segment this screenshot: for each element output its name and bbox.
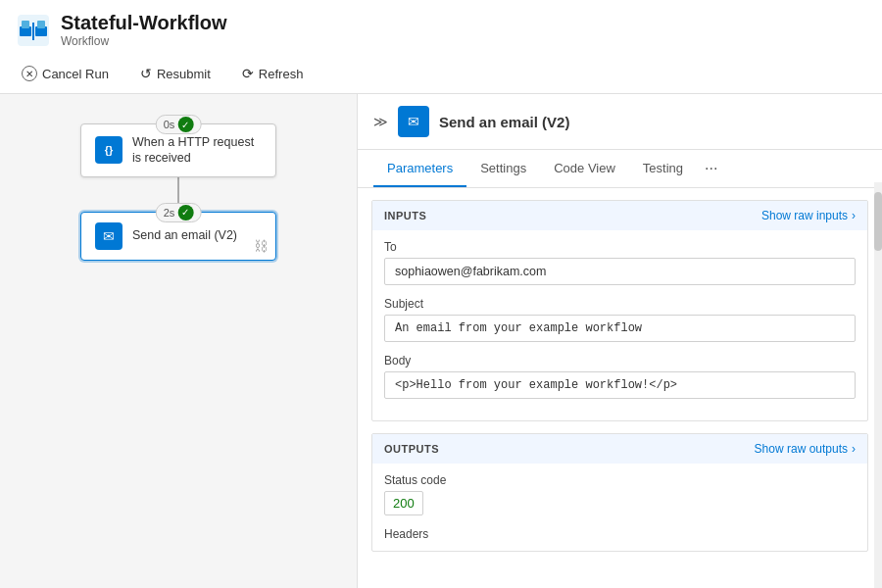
main-content: 0s ✓ {} When a HTTP request is received …	[0, 94, 882, 588]
toolbar: ✕ Cancel Run ↺ Resubmit ⟳ Refresh	[16, 54, 866, 93]
outputs-body: Status code 200 Headers	[372, 464, 867, 551]
field-subject-label: Subject	[384, 297, 856, 311]
action-icon: ✉	[398, 106, 429, 137]
status-code-label: Status code	[384, 473, 856, 487]
action-detail-panel: ≫ ✉ Send an email (V2) Parameters Settin…	[358, 94, 882, 588]
inputs-title: INPUTS	[384, 210, 426, 221]
field-body-label: Body	[384, 354, 856, 368]
refresh-icon: ⟳	[242, 66, 254, 81]
resubmit-icon: ↺	[140, 66, 152, 81]
node1[interactable]: 0s ✓ {} When a HTTP request is received	[80, 123, 276, 177]
node2[interactable]: 2s ✓ ✉ Send an email (V2) ⛓	[80, 212, 276, 261]
svg-rect-4	[37, 21, 45, 28]
page-title: Stateful-Workflow	[61, 12, 227, 34]
title-block: Stateful-Workflow Workflow	[61, 12, 227, 48]
cancel-icon: ✕	[22, 66, 37, 81]
field-subject-value: An email from your example workflow	[384, 315, 856, 342]
node1-duration: 0s	[164, 119, 175, 130]
field-to-label: To	[384, 240, 856, 254]
scrollbar-thumb[interactable]	[874, 192, 882, 251]
refresh-button[interactable]: ⟳ Refresh	[236, 62, 310, 85]
inputs-section-header: INPUTS Show raw inputs ›	[372, 201, 867, 230]
resubmit-label: Resubmit	[157, 67, 211, 81]
outputs-title: OUTPUTS	[384, 443, 439, 455]
tab-bar: Parameters Settings Code View Testing ··…	[358, 150, 882, 188]
cancel-run-label: Cancel Run	[42, 67, 109, 81]
inputs-section: INPUTS Show raw inputs › To sophiaowen@f…	[371, 200, 868, 421]
chevron-right-icon2: ›	[852, 442, 856, 456]
show-raw-inputs-label: Show raw inputs	[761, 209, 848, 222]
http-icon: {}	[105, 144, 114, 156]
collapse-button[interactable]: ≫	[373, 114, 388, 129]
show-raw-outputs-link[interactable]: Show raw outputs ›	[755, 442, 856, 456]
field-body: Body <p>Hello from your example workflow…	[384, 354, 856, 399]
outputs-section: OUTPUTS Show raw outputs › Status code 2…	[371, 433, 868, 552]
node2-label: Send an email (V2)	[132, 227, 237, 243]
node1-icon: {}	[95, 136, 122, 164]
status-code-value: 200	[384, 491, 423, 515]
panel-content: INPUTS Show raw inputs › To sophiaowen@f…	[358, 188, 882, 588]
node2-success-icon: ✓	[177, 205, 193, 220]
node2-badge: 2s ✓	[156, 203, 202, 222]
field-subject: Subject An email from your example workf…	[384, 297, 856, 342]
scrollbar-track[interactable]	[874, 182, 882, 588]
show-raw-outputs-label: Show raw outputs	[755, 442, 848, 456]
field-status-code: Status code 200	[384, 473, 856, 515]
node1-success-icon: ✓	[177, 117, 193, 132]
field-body-value: <p>Hello from your example workflow!</p>	[384, 371, 856, 399]
refresh-label: Refresh	[259, 67, 304, 81]
inputs-body: To sophiaowen@fabrikam.com Subject An em…	[372, 230, 867, 420]
workflow-canvas: 0s ✓ {} When a HTTP request is received …	[0, 94, 358, 588]
headers-label: Headers	[384, 527, 856, 541]
node2-duration: 2s	[164, 207, 175, 219]
node2-wrapper: 2s ✓ ✉ Send an email (V2) ⛓	[80, 212, 276, 261]
app-icon	[16, 13, 51, 48]
page-subtitle: Workflow	[61, 34, 227, 48]
panel-header: ≫ ✉ Send an email (V2)	[358, 94, 882, 150]
node1-badge: 0s ✓	[156, 115, 202, 134]
field-to: To sophiaowen@fabrikam.com	[384, 240, 856, 285]
email-icon: ✉	[103, 228, 115, 244]
show-raw-inputs-link[interactable]: Show raw inputs ›	[761, 209, 856, 222]
panel-title: Send an email (V2)	[439, 114, 569, 130]
svg-rect-2	[22, 21, 29, 28]
tab-testing[interactable]: Testing	[629, 151, 697, 187]
resubmit-button[interactable]: ↺ Resubmit	[134, 62, 217, 85]
workflow-nodes: 0s ✓ {} When a HTTP request is received …	[20, 114, 337, 261]
outputs-section-header: OUTPUTS Show raw outputs ›	[372, 434, 867, 464]
node2-icon: ✉	[95, 222, 122, 250]
cancel-run-button[interactable]: ✕ Cancel Run	[16, 62, 115, 85]
page-header: Stateful-Workflow Workflow ✕ Cancel Run …	[0, 0, 882, 94]
tab-settings[interactable]: Settings	[466, 151, 540, 187]
tab-code-view[interactable]: Code View	[540, 151, 629, 187]
tab-more-button[interactable]: ···	[697, 150, 725, 187]
chevron-right-icon: ›	[852, 209, 856, 222]
tab-parameters[interactable]: Parameters	[373, 151, 466, 187]
node1-label: When a HTTP request is received	[132, 134, 262, 167]
link-icon: ⛓	[254, 238, 268, 254]
node1-wrapper: 0s ✓ {} When a HTTP request is received	[80, 123, 276, 177]
panel-email-icon: ✉	[408, 114, 419, 129]
field-to-value: sophiaowen@fabrikam.com	[384, 258, 856, 285]
